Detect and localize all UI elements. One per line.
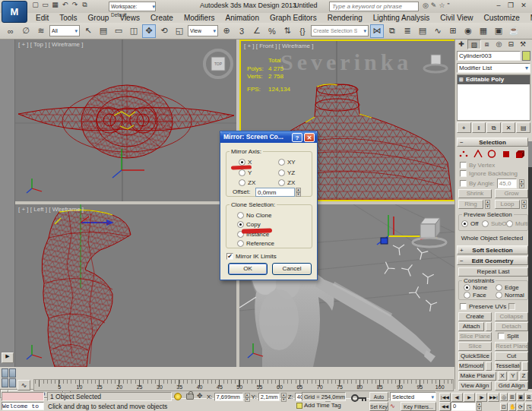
menu-item[interactable]: Animation [220,13,264,23]
x-spinner[interactable]: ▲▼ [245,393,250,402]
auto-key-button[interactable]: Auto Key [369,392,388,401]
spinner-snap-icon[interactable]: ⇅▾ [280,24,294,38]
rollout-selection[interactable]: −Selection [457,138,528,147]
viewport-top[interactable]: [ + ] [ Top ] [ Wireframe ] TO [15,40,236,201]
select-rotate-icon[interactable]: ⟲▾ [157,24,171,38]
restore-button[interactable]: ❐ [505,2,517,11]
layout-strip-expand-button[interactable]: ▶ [2,353,14,363]
pan-icon[interactable]: ✋ [508,403,516,411]
select-object-icon[interactable]: ↖▾ [81,24,95,38]
view-align-button[interactable]: View Align [458,381,492,390]
app-logo[interactable]: M [2,1,27,23]
planar-z-button[interactable]: Z [519,371,528,381]
select-move-icon[interactable]: ✥▾ [142,24,156,38]
constraint-none-radio[interactable]: None [464,284,487,291]
percent-snap-icon[interactable]: %▾ [265,24,279,38]
offset-field[interactable]: 0,0mm [255,188,295,197]
key-mode-toggle[interactable]: ◀◀ [439,402,451,411]
axis-yz-radio[interactable]: YZ [278,169,295,176]
by-angle-spinner[interactable]: ▲▼ [519,179,524,188]
grid-align-button[interactable]: Grid Align [495,381,528,390]
offset-spinner[interactable]: ▲▼ [296,188,301,197]
reference-radio[interactable]: Reference [237,240,274,247]
panel-scrollbar[interactable] [528,141,532,389]
zoom-region-icon[interactable]: ⊡ [500,403,508,411]
redo-icon[interactable]: ↷ [70,0,80,10]
schematic-view-icon[interactable]: ⊞▾ [446,24,460,38]
tab-hierarchy[interactable]: ⧈ [481,40,493,49]
ring-button[interactable]: Ring [458,200,483,209]
transform-gizmo-icon[interactable]: ✥ [197,392,203,400]
next-frame-button[interactable]: |▶ [476,393,487,402]
by-angle-checkbox[interactable]: By Angle: 45,0 ▲▼ [460,179,524,188]
zoom-extents-icon[interactable]: ▣ [517,393,524,401]
set-key-button[interactable]: Set Key [369,402,388,411]
planar-x-button[interactable]: X [498,371,507,381]
go-to-end-button[interactable]: ▶▶| [488,393,499,402]
snap-toggle-3d-icon[interactable]: 3▾ [235,24,249,38]
menu-item[interactable]: Civil View [435,13,478,23]
loop-button[interactable]: Loop [495,200,520,209]
new-file-icon[interactable]: ▢ [30,0,40,10]
viewport-front-label[interactable]: [ + ] [ Front ] [ Wireframe ] [244,43,313,49]
adaptive-degradation-icon[interactable] [174,393,182,400]
play-button[interactable]: ▶ [464,393,475,402]
window-crossing-icon[interactable]: ◫▾ [127,24,141,38]
menu-item[interactable]: Modifiers [179,13,220,23]
modifier-list-dropdown[interactable]: Modifier List▾ [457,63,530,73]
tab-display[interactable]: ⊟ [505,40,517,49]
mirror-ik-checkbox[interactable]: ✔Mirror IK Limits [226,253,277,260]
menu-item[interactable]: Create [145,13,179,23]
search-input[interactable]: Type a keyword or phrase [329,2,419,11]
viewport-top-label[interactable]: [ + ] [ Top ] [ Wireframe ] [18,41,83,48]
preview-multi-radio[interactable]: Multi [506,220,528,227]
stack-item-editable-poly[interactable]: ⊞ Editable Poly [458,75,530,84]
vertex-icon[interactable] [459,150,469,158]
mini-curve-editor-button[interactable]: ∿ [17,380,30,390]
zoom-icon[interactable]: ◎ [500,393,508,401]
object-name-field[interactable]: Cylinder003 [457,51,521,61]
axis-xy-radio[interactable]: XY [278,159,296,166]
viewport-left-label[interactable]: [ + ] [ Left ] [ Wireframe ] [18,206,84,213]
slice-plane-button[interactable]: Slice Plane [458,332,492,341]
named-selection-dropdown[interactable]: Create Selection S▾ [311,25,369,36]
expand-icon[interactable]: ⊞ [459,75,464,84]
axis-zx-radio[interactable]: ZX [278,179,295,186]
modifier-stack[interactable]: ⊞ Editable Poly [457,74,530,121]
menu-item[interactable]: Group [83,13,115,23]
infocenter-more-icon[interactable]: ” [447,2,451,9]
track-bar[interactable]: 5101520253035404550556065707580859095100 [33,379,454,391]
make-planar-button[interactable]: Make Planar [458,371,496,381]
use-pivot-center-icon[interactable]: ⊕▾ [220,24,233,38]
viewport-layout-icon[interactable] [0,367,16,389]
bind-spacewarp-icon[interactable]: ≋▾ [34,24,48,38]
configure-modifier-sets-icon[interactable]: ▤ [516,122,530,133]
tessellate-button[interactable]: Tessellate [495,362,521,371]
selection-filter-dropdown[interactable]: All▾ [49,25,80,36]
constraint-edge-radio[interactable]: Edge [496,284,519,291]
selection-lock-icon[interactable] [186,394,194,400]
menu-item[interactable]: Customize [478,13,524,23]
attach-settings-icon[interactable] [486,322,492,331]
align-icon[interactable]: ⧉▾ [385,24,399,38]
loop-spinner[interactable]: ▲▼ [521,200,527,209]
planar-y-button[interactable]: Y [508,371,518,381]
menu-item[interactable]: Lighting Analysis [368,13,435,23]
material-editor-icon[interactable]: ◉▾ [461,24,475,38]
favorites-icon[interactable]: ☆ [439,2,447,9]
add-time-tag[interactable]: Add Time Tag [296,402,341,409]
maxscript-listener[interactable]: Welcome to [2,402,44,410]
mirror-icon[interactable]: ⋈▾ [370,24,384,38]
y-coord-field[interactable]: 2,1mm [258,393,280,401]
msmooth-settings-icon[interactable] [486,362,492,371]
attach-button[interactable]: Attach [458,322,484,331]
select-link-icon[interactable]: ∞▾ [4,24,17,38]
orbit-icon[interactable]: ⟳ [517,403,524,411]
zoom-all-icon[interactable]: ⊞ [508,393,516,401]
go-to-start-button[interactable]: |◀◀ [439,393,451,402]
rendered-frame-icon[interactable]: ▣▾ [492,24,505,38]
shrink-button[interactable]: Shrink [458,189,492,198]
angle-snap-icon[interactable]: ∠▾ [250,24,264,38]
rollout-edit-geometry[interactable]: −Edit Geometry [457,256,528,265]
axis-z-radio[interactable]: ZX [239,179,255,186]
